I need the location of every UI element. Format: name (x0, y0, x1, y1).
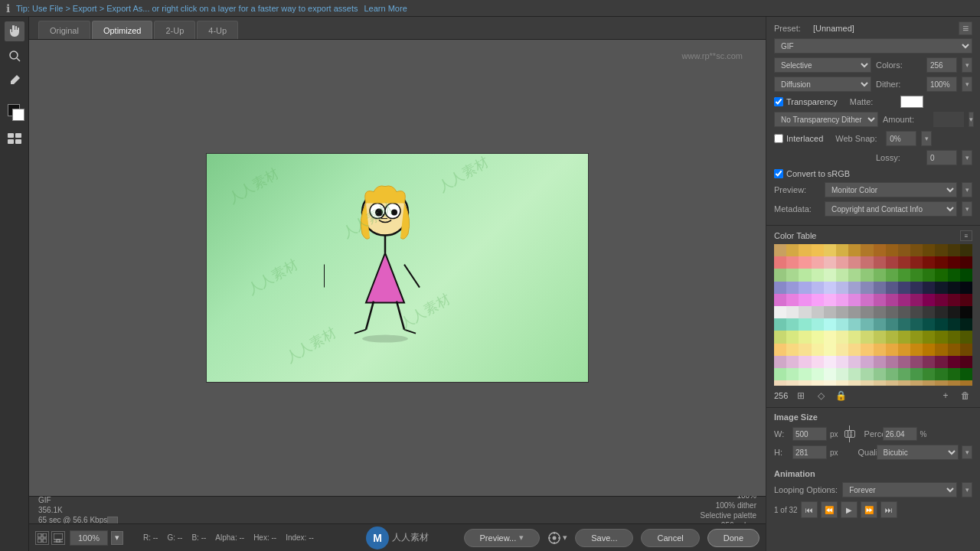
color-cell[interactable] (874, 269, 886, 281)
color-cell[interactable] (848, 344, 861, 356)
color-cell[interactable] (935, 306, 947, 318)
dither-select[interactable]: Diffusion (774, 77, 871, 92)
color-cell[interactable] (948, 318, 960, 331)
prev-frame-btn[interactable]: ⏪ (821, 501, 838, 518)
cancel-button[interactable]: Cancel (641, 529, 699, 547)
color-cell[interactable] (861, 356, 873, 368)
tab-optimized[interactable]: Optimized (92, 21, 153, 39)
color-cell[interactable] (836, 269, 848, 281)
tab-2up[interactable]: 2-Up (154, 21, 195, 39)
color-cell[interactable] (898, 306, 910, 318)
lossy-spinner[interactable]: ▾ (962, 150, 972, 165)
color-cell[interactable] (960, 256, 972, 269)
color-cell[interactable] (886, 269, 898, 281)
color-cell[interactable] (836, 244, 848, 256)
metadata-select[interactable]: Copyright and Contact Info (825, 201, 957, 217)
color-cell[interactable] (910, 331, 923, 343)
color-cell[interactable] (948, 294, 960, 306)
color-cell[interactable] (812, 306, 824, 318)
color-cell[interactable] (836, 356, 848, 368)
color-cell[interactable] (960, 244, 972, 256)
color-cell[interactable] (874, 282, 886, 294)
color-cell[interactable] (786, 269, 799, 281)
color-cell[interactable] (812, 380, 824, 386)
color-cell[interactable] (774, 318, 786, 331)
color-cell[interactable] (948, 244, 960, 256)
quality-spinner[interactable]: ▾ (962, 445, 972, 459)
color-cell[interactable] (910, 356, 923, 368)
color-cell[interactable] (960, 331, 972, 343)
color-cell[interactable] (774, 344, 786, 356)
color-map-icon[interactable]: ⊞ (794, 389, 808, 403)
color-cell[interactable] (923, 318, 935, 331)
color-cell[interactable] (960, 344, 972, 356)
learn-more-link[interactable]: Learn More (364, 4, 407, 13)
color-cell[interactable] (836, 344, 848, 356)
dither-spinner[interactable]: ▾ (962, 77, 972, 92)
color-cell[interactable] (910, 318, 923, 331)
color-cell[interactable] (812, 344, 824, 356)
preview-dropdown-arrow[interactable]: ▾ (519, 533, 524, 543)
play-btn[interactable]: ▶ (841, 501, 858, 518)
height-input[interactable] (792, 445, 827, 459)
color-cell[interactable] (923, 331, 935, 343)
color-cell[interactable] (910, 282, 923, 294)
color-cell[interactable] (836, 318, 848, 331)
color-cell[interactable] (960, 269, 972, 281)
color-cell[interactable] (910, 306, 923, 318)
color-cell[interactable] (910, 294, 923, 306)
color-cell[interactable] (848, 356, 861, 368)
color-cell[interactable] (786, 368, 799, 380)
color-cell[interactable] (774, 331, 786, 343)
color-cell[interactable] (960, 318, 972, 331)
preview-spinner[interactable]: ▾ (962, 182, 972, 197)
next-frame-btn[interactable]: ⏩ (861, 501, 877, 518)
color-cell[interactable] (861, 318, 873, 331)
color-cell[interactable] (935, 244, 947, 256)
color-cell[interactable] (786, 344, 799, 356)
color-cell[interactable] (910, 256, 923, 269)
color-cell[interactable] (848, 244, 861, 256)
color-cell[interactable] (960, 282, 972, 294)
color-reduction-select[interactable]: Selective (774, 57, 871, 73)
color-cell[interactable] (898, 331, 910, 343)
tab-original[interactable]: Original (38, 21, 90, 39)
web-snap-input[interactable] (886, 131, 916, 146)
color-cell[interactable] (848, 282, 861, 294)
color-cell[interactable] (960, 306, 972, 318)
zoom-value[interactable]: 100% (70, 530, 108, 546)
color-cell[interactable] (861, 269, 873, 281)
color-cell[interactable] (848, 318, 861, 331)
tab-4up[interactable]: 4-Up (197, 21, 238, 39)
color-cell[interactable] (898, 269, 910, 281)
color-cell[interactable] (836, 282, 848, 294)
zoom-tool[interactable] (5, 46, 24, 66)
color-cell[interactable] (812, 282, 824, 294)
color-cell[interactable] (874, 368, 886, 380)
color-cell[interactable] (824, 282, 836, 294)
color-cell[interactable] (886, 244, 898, 256)
color-cell[interactable] (824, 306, 836, 318)
color-cell[interactable] (848, 331, 861, 343)
color-cell[interactable] (948, 256, 960, 269)
preset-menu-btn[interactable]: ≡ (959, 21, 972, 35)
color-cell[interactable] (799, 331, 811, 343)
color-cell[interactable] (923, 368, 935, 380)
color-cell[interactable] (786, 256, 799, 269)
color-cell[interactable] (774, 380, 786, 386)
color-cell[interactable] (861, 331, 873, 343)
video-icon[interactable] (107, 517, 118, 524)
color-cell[interactable] (960, 294, 972, 306)
color-cell[interactable] (886, 318, 898, 331)
color-cell[interactable] (812, 269, 824, 281)
color-cell[interactable] (774, 244, 786, 256)
color-diamond-icon[interactable]: ◇ (814, 389, 828, 403)
color-add-icon[interactable]: + (939, 389, 952, 403)
lossy-input[interactable] (926, 150, 957, 165)
color-cell[interactable] (874, 318, 886, 331)
color-cell[interactable] (824, 294, 836, 306)
color-cell[interactable] (923, 244, 935, 256)
color-cell[interactable] (948, 306, 960, 318)
color-cell[interactable] (848, 269, 861, 281)
color-cell[interactable] (935, 344, 947, 356)
